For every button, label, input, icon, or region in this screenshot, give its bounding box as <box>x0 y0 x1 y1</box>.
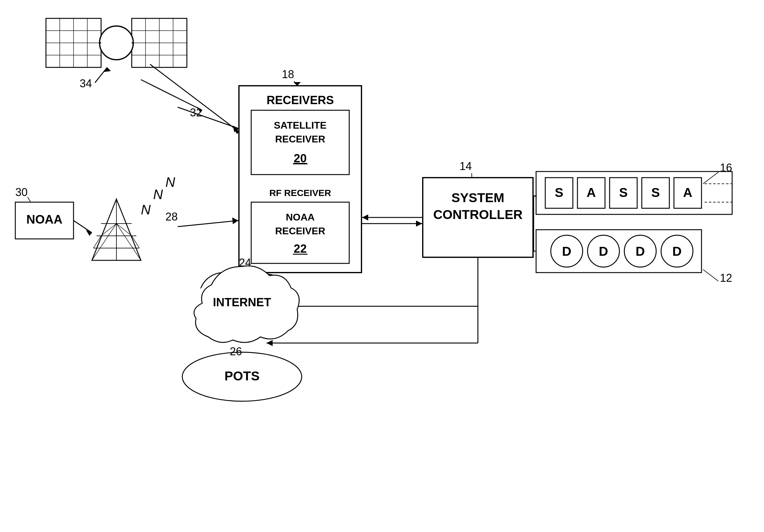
label-12: 12 <box>720 272 732 284</box>
label-24: 24 <box>239 257 251 269</box>
signal-n2: N <box>153 187 163 202</box>
signal-n3: N <box>165 175 175 190</box>
label-18: 18 <box>282 68 294 81</box>
satellite-receiver-label1: SATELLITE <box>274 120 326 131</box>
system-controller-label1: SYSTEM <box>452 191 504 205</box>
label-16: 16 <box>720 161 732 174</box>
noaa-receiver-label1: NOAA <box>286 212 314 223</box>
signal-n1: N <box>141 202 151 217</box>
satellite-receiver-label2: RECEIVER <box>275 133 325 145</box>
receivers-label: RECEIVERS <box>267 94 334 106</box>
sensor-s2-label: S <box>619 185 628 200</box>
detector-d1-label: D <box>562 244 571 259</box>
sensor-a1-label: A <box>587 185 596 200</box>
label-14: 14 <box>460 160 472 172</box>
detector-d3-label: D <box>636 244 645 259</box>
sensor-s3-label: S <box>651 185 660 200</box>
system-controller-label2: CONTROLLER <box>433 207 523 222</box>
noaa-label: NOAA <box>26 213 63 226</box>
detector-d4-label: D <box>672 244 681 259</box>
rf-receiver-label: RF RECEIVER <box>269 188 331 198</box>
detector-d2-label: D <box>599 244 608 259</box>
pots-label: POTS <box>225 369 260 383</box>
sensor-a2-label: A <box>683 185 692 200</box>
label-34: 34 <box>80 77 92 90</box>
diagram-container: 34 N N N 28 NOAA RECEIVERS SATELLITE REC… <box>0 0 764 532</box>
label-28: 28 <box>165 210 178 223</box>
noaa-receiver-label2: RECEIVER <box>275 226 325 237</box>
noaa-receiver-num: 22 <box>294 242 307 255</box>
satellite-receiver-num: 20 <box>294 152 307 165</box>
label-26: 26 <box>230 345 242 358</box>
svg-point-15 <box>99 26 133 60</box>
internet-label: INTERNET <box>213 296 271 309</box>
label-30: 30 <box>15 186 28 199</box>
sensor-s1-label: S <box>555 185 563 200</box>
